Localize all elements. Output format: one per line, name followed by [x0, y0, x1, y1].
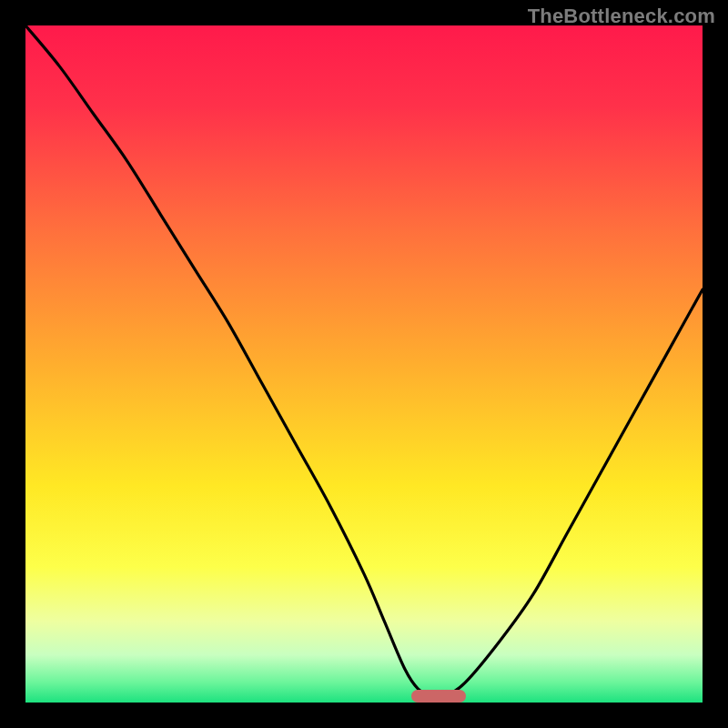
optimum-marker	[411, 690, 466, 703]
watermark-text: TheBottleneck.com	[528, 5, 715, 28]
chart-frame: TheBottleneck.com	[0, 0, 728, 728]
plot-area	[25, 25, 703, 703]
bottleneck-curve	[25, 25, 703, 703]
